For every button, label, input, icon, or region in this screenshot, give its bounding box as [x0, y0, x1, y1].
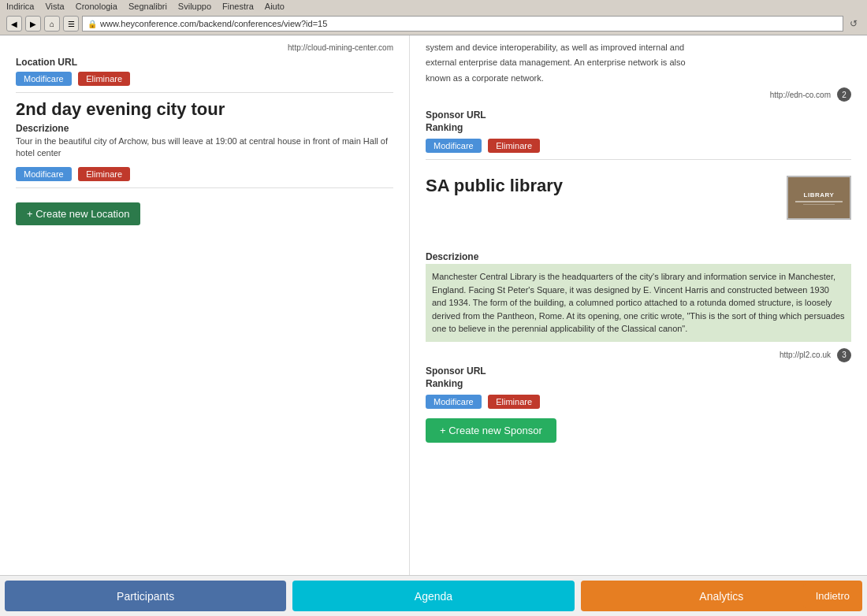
menu-segnalibri[interactable]: Segnalibri — [128, 2, 167, 11]
lock-icon: 🔒 — [87, 20, 97, 28]
modify-button-1[interactable]: Modificare — [16, 72, 72, 86]
ranking-label-1: Ranking — [426, 122, 851, 133]
location-title: 2nd day evening city tour — [16, 99, 393, 120]
edn-url: http://edn-co.com — [770, 91, 831, 99]
back-button[interactable]: ◀ — [6, 16, 22, 32]
main-content: http://cloud-mining-center.com Location … — [0, 35, 867, 606]
address-bar[interactable]: 🔒 www.heyconference.com/backend/conferen… — [82, 16, 843, 32]
description-text-2: Manchester Central Library is the headqu… — [426, 264, 851, 342]
top-text-2: external enterprise data management. An … — [426, 57, 851, 69]
url-text: www.heyconference.com/backend/conference… — [100, 19, 327, 28]
modify-button-2[interactable]: Modificare — [16, 167, 72, 181]
badge-number-1: 2 — [837, 87, 851, 102]
menu-sviluppo[interactable]: Sviluppo — [178, 2, 211, 11]
top-text-3: known as a corporate network. — [426, 72, 851, 84]
url-badge-area-2: http://pl2.co.uk 3 — [426, 348, 851, 362]
menu-cronologia[interactable]: Cronologia — [76, 2, 117, 11]
library-image-label: LIBRARY — [804, 191, 835, 199]
menu-vista[interactable]: Vista — [45, 2, 64, 11]
cloud-url: http://cloud-mining-center.com — [16, 43, 393, 52]
description-label-2: Descrizione — [426, 251, 851, 262]
divider-1 — [16, 92, 393, 93]
url-badge-area-1: http://edn-co.com 2 — [426, 87, 851, 102]
delete-sponsor-button-1[interactable]: Eliminare — [488, 139, 540, 153]
modify-sponsor-button-1[interactable]: Modificare — [426, 139, 482, 153]
ranking-label-2: Ranking — [426, 378, 851, 389]
create-location-button[interactable]: + Create new Location — [16, 202, 140, 225]
home-button[interactable]: ⌂ — [44, 16, 60, 32]
bottom-navigation: Participants Agenda Analytics — [0, 575, 867, 616]
location-url-label: Location URL — [16, 57, 393, 68]
divider-right-1 — [426, 159, 851, 160]
create-sponsor-button[interactable]: + Create new Sponsor — [426, 418, 556, 443]
browser-menu-bar: Indirica Vista Cronologia Segnalibri Svi… — [0, 0, 867, 13]
indietro-button[interactable]: Indietro — [803, 584, 862, 608]
sponsor-section-1: Sponsor URL Ranking Modificare Eliminare — [426, 105, 851, 153]
delete-sponsor-button-2[interactable]: Eliminare — [488, 395, 540, 409]
pl2-url: http://pl2.co.uk — [780, 351, 831, 359]
reload-button[interactable]: ↺ — [847, 17, 861, 31]
menu-finestra[interactable]: Finestra — [222, 2, 254, 11]
sponsor-url-label-2: Sponsor URL — [426, 366, 851, 377]
description-text-1: Tour in the beautiful city of Archow, bu… — [16, 135, 393, 160]
delete-button-2[interactable]: Eliminare — [78, 167, 130, 181]
badge-number-2: 3 — [837, 348, 851, 362]
top-text-1: system and device interoperability, as w… — [426, 42, 851, 54]
menu-button[interactable]: ☰ — [63, 16, 79, 32]
divider-2 — [16, 187, 393, 188]
menu-indirica[interactable]: Indirica — [6, 2, 34, 11]
left-panel: http://cloud-mining-center.com Location … — [0, 35, 410, 606]
sponsor-url-label-1: Sponsor URL — [426, 109, 851, 121]
forward-button[interactable]: ▶ — [25, 16, 41, 32]
right-panel: system and device interoperability, as w… — [410, 35, 867, 606]
menu-aiuto[interactable]: Aiuto — [265, 2, 285, 11]
sponsor-section-2: SA public library LIBRARY Descrizione Ma… — [426, 166, 851, 443]
library-image: LIBRARY — [787, 176, 851, 220]
browser-toolbar: ◀ ▶ ⌂ ☰ 🔒 www.heyconference.com/backend/… — [0, 13, 867, 35]
modify-sponsor-button-2[interactable]: Modificare — [426, 395, 482, 409]
agenda-button[interactable]: Agenda — [292, 581, 574, 611]
description-label-1: Descrizione — [16, 123, 393, 134]
delete-button-1[interactable]: Eliminare — [78, 72, 130, 86]
participants-button[interactable]: Participants — [5, 581, 286, 611]
